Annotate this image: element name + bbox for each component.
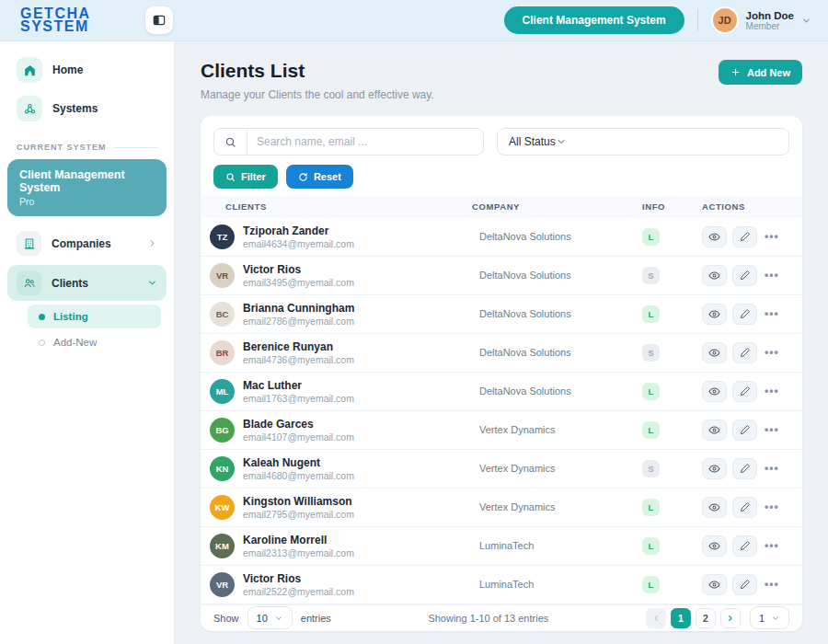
client-email: email4107@myemail.com: [243, 431, 354, 443]
client-avatar: BC: [210, 302, 235, 327]
view-button[interactable]: [702, 574, 727, 595]
pagination: 12 1: [646, 606, 789, 629]
system-name-button[interactable]: Client Management System: [504, 6, 684, 34]
more-actions-button[interactable]: •••: [763, 269, 781, 282]
edit-button[interactable]: [732, 535, 757, 557]
table-row: BCBrianna Cunninghamemail2786@myemail.co…: [201, 295, 802, 334]
view-button[interactable]: [702, 420, 727, 441]
pencil-icon: [740, 424, 751, 435]
bullet-circle-icon: [39, 339, 45, 346]
reset-button[interactable]: Reset: [286, 165, 353, 189]
sidebar-item-home[interactable]: Home: [0, 51, 174, 89]
client-name: Brianna Cunningham: [243, 302, 354, 315]
edit-button[interactable]: [732, 458, 757, 479]
table-row: VRVictor Riosemail3495@myemail.comDeltaN…: [201, 257, 802, 295]
row-actions: •••: [702, 497, 789, 518]
client-cell: MLMac Lutheremail1763@myemail.com: [210, 379, 472, 404]
sidebar-item-companies[interactable]: Companies: [7, 225, 167, 261]
view-button[interactable]: [702, 342, 727, 363]
refresh-icon: [298, 172, 308, 182]
info-badge: L: [642, 228, 660, 246]
table-row: BRBerenice Runyanemail4736@myemail.comDe…: [201, 334, 802, 373]
pagination-next-button[interactable]: [720, 608, 741, 628]
sidebar-toggle-button[interactable]: [145, 6, 173, 34]
view-button[interactable]: [702, 535, 727, 557]
add-new-button[interactable]: Add New: [719, 60, 802, 85]
edit-button[interactable]: [732, 304, 757, 325]
more-actions-button[interactable]: •••: [763, 539, 781, 552]
edit-button[interactable]: [732, 574, 757, 595]
row-actions: •••: [702, 304, 789, 325]
view-button[interactable]: [702, 304, 727, 325]
sidebar-item-systems[interactable]: Systems: [0, 89, 174, 128]
sidebar-item-clients[interactable]: Clients: [7, 265, 167, 301]
more-actions-button[interactable]: •••: [763, 462, 781, 475]
table-row: KNKaleah Nugentemail4680@myemail.comVert…: [201, 450, 802, 489]
client-company: Vertex Dynamics: [472, 463, 642, 474]
view-button[interactable]: [702, 265, 727, 286]
edit-button[interactable]: [732, 497, 757, 518]
edit-button[interactable]: [732, 420, 757, 441]
client-name: Kingston Williamson: [243, 495, 354, 508]
status-select-value: All Status: [509, 135, 556, 148]
edit-button[interactable]: [732, 342, 757, 363]
eye-icon: [708, 501, 720, 513]
section-label: CURRENT SYSTEM: [17, 143, 107, 152]
sidebar: Home Systems CURRENT SYSTEM Client Manag…: [0, 41, 175, 644]
eye-icon: [708, 308, 720, 320]
users-icon: [17, 270, 41, 295]
more-actions-button[interactable]: •••: [763, 346, 781, 359]
eye-icon: [708, 579, 720, 591]
chevron-right-icon: [147, 238, 157, 248]
section-divider: [114, 147, 157, 148]
search-input[interactable]: [247, 135, 483, 148]
row-actions: •••: [702, 342, 789, 363]
building-icon: [17, 231, 41, 256]
pagination-page-button[interactable]: 2: [696, 608, 716, 628]
more-actions-button[interactable]: •••: [763, 423, 781, 436]
entries-label: entries: [301, 613, 331, 624]
submenu-item-listing[interactable]: Listing: [28, 305, 161, 328]
page-size-control: Show 10 entries: [213, 606, 331, 629]
pencil-icon: [740, 308, 751, 319]
edit-button[interactable]: [732, 381, 757, 402]
client-name: Berenice Runyan: [243, 340, 354, 353]
status-select[interactable]: All Status: [497, 128, 789, 155]
current-system-card[interactable]: Client Management System Pro: [7, 159, 167, 216]
view-button[interactable]: [702, 458, 727, 479]
submenu-item-add-new[interactable]: Add-New: [28, 330, 161, 354]
page-jump-select[interactable]: 1: [750, 606, 789, 629]
info-badge: S: [642, 460, 660, 477]
page-size-select[interactable]: 10: [247, 606, 293, 629]
client-avatar: ML: [210, 379, 235, 404]
info-badge: L: [642, 576, 660, 593]
topbar-right: Client Management System JD John Doe Mem…: [504, 6, 828, 34]
view-button[interactable]: [702, 497, 727, 518]
edit-button[interactable]: [732, 226, 757, 247]
user-menu[interactable]: JD John Doe Member: [711, 6, 811, 34]
row-actions: •••: [702, 420, 789, 441]
more-actions-button[interactable]: •••: [763, 230, 781, 243]
more-actions-button[interactable]: •••: [763, 500, 781, 513]
pagination-page-button[interactable]: 1: [671, 608, 691, 628]
view-button[interactable]: [702, 226, 727, 247]
filter-button[interactable]: Filter: [213, 165, 278, 189]
sidebar-item-label: Systems: [52, 102, 98, 115]
user-role: Member: [746, 21, 794, 31]
sidebar-item-label: Clients: [52, 277, 88, 290]
more-actions-button[interactable]: •••: [763, 307, 781, 320]
pagination-prev-button[interactable]: [646, 608, 666, 628]
table-row: VRVictor Riosemail2522@myemail.comLumina…: [201, 566, 802, 604]
row-actions: •••: [702, 265, 789, 286]
info-badge: S: [642, 344, 660, 362]
pagination-pages: 12: [671, 608, 716, 628]
more-actions-button[interactable]: •••: [763, 385, 781, 397]
view-button[interactable]: [702, 381, 727, 402]
more-actions-button[interactable]: •••: [763, 578, 781, 591]
bullet-dot-icon: [39, 314, 45, 320]
edit-button[interactable]: [732, 265, 757, 286]
sidebar-panel-icon: [152, 13, 167, 28]
row-actions: •••: [702, 381, 789, 402]
table-header: CLIENTS COMPANY INFO ACTIONS: [201, 196, 802, 218]
client-cell: BRBerenice Runyanemail4736@myemail.com: [210, 340, 472, 365]
